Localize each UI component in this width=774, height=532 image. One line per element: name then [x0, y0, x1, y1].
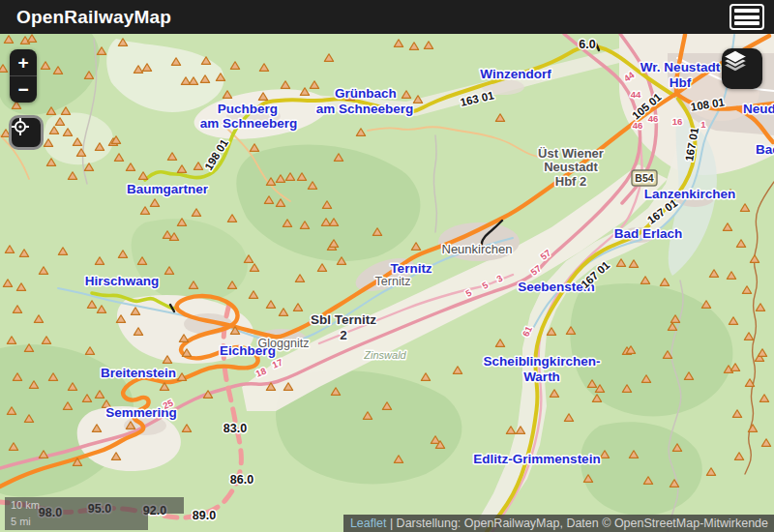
- peak-icon: [16, 283, 25, 291]
- zoom-out-button[interactable]: −: [10, 75, 37, 103]
- peak-icon: [729, 317, 737, 325]
- peak-icon: [249, 291, 257, 299]
- sbl-label: 2: [340, 328, 347, 342]
- peak-icon: [87, 301, 96, 309]
- peak-icon: [250, 144, 258, 152]
- peak-icon: [192, 209, 200, 217]
- attribution-separator: |: [386, 517, 396, 530]
- peak-icon: [182, 425, 191, 432]
- peak-icon: [118, 251, 127, 258]
- town-label: Neunkirchen: [442, 242, 513, 256]
- peak-icon: [709, 270, 718, 278]
- peak-icon: [742, 286, 751, 294]
- peak-icon: [13, 306, 21, 313]
- peak-icon: [727, 272, 735, 280]
- station-label: am Schneeberg: [316, 102, 414, 116]
- peak-icon: [58, 248, 67, 255]
- station-label: Scheiblingkirchen-: [484, 354, 601, 369]
- locate-button[interactable]: [9, 115, 44, 150]
- peak-icon: [564, 414, 573, 422]
- road-badge-b54: B54: [632, 170, 657, 186]
- station-label: Ternitz: [390, 261, 432, 276]
- peak-icon: [114, 154, 123, 162]
- peak-icon: [126, 163, 134, 171]
- peak-icon: [356, 129, 365, 136]
- peak-icon: [68, 172, 76, 180]
- station-label: Winzendorf: [480, 67, 551, 81]
- rref-label: 16: [672, 116, 683, 127]
- peak-icon: [310, 81, 318, 89]
- peak-icon: [259, 64, 268, 72]
- hamburger-menu-icon[interactable]: [729, 4, 764, 30]
- op-label: Üst Wiener: [538, 146, 604, 161]
- peak-icon: [706, 468, 715, 476]
- peak-icon: [85, 347, 94, 355]
- station-label: Warth: [523, 369, 560, 384]
- peak-icon: [421, 373, 430, 381]
- peak-icon: [230, 62, 239, 70]
- peak-icon: [150, 199, 159, 207]
- zoom-control: + −: [10, 49, 37, 103]
- svg-text:B54: B54: [635, 172, 653, 184]
- op-label: Hbf 2: [555, 174, 587, 189]
- station-label: am Schneeberg: [200, 116, 298, 131]
- app-title: OpenRailwayMap: [16, 7, 171, 28]
- town12-label: Ternitz: [375, 275, 411, 288]
- locate-crosshair-icon: [12, 118, 29, 135]
- peak-icon: [495, 114, 504, 122]
- peak-icon: [424, 42, 432, 49]
- peak-icon: [758, 349, 766, 357]
- peak-icon: [223, 91, 231, 99]
- station-label: Puchberg: [218, 102, 278, 116]
- peak-icon: [640, 277, 649, 284]
- op-label: Neustadt: [544, 160, 598, 174]
- gray-line: [433, 135, 436, 232]
- peak-icon: [140, 207, 149, 215]
- peak-icon: [409, 43, 418, 50]
- rref-label: 44: [631, 89, 641, 100]
- scale-bar: 10 km 5 mi: [5, 497, 184, 530]
- sbl-label: Sbl Ternitz: [311, 312, 376, 327]
- peak-icon: [95, 257, 104, 265]
- peak-icon: [756, 304, 764, 311]
- peak-icon: [324, 54, 333, 62]
- station-label: Bad Sauerbrunn: [756, 142, 774, 157]
- peak-icon: [293, 304, 302, 311]
- peak-icon: [734, 453, 743, 460]
- station-label: Bad Erlach: [614, 226, 683, 241]
- peak-icon: [295, 275, 304, 282]
- km-label: 89.0: [193, 509, 216, 522]
- peak-icon: [61, 107, 70, 115]
- station-label: Baumgartner: [127, 182, 209, 196]
- peak-icon: [7, 337, 15, 344]
- peak-icon: [34, 315, 43, 323]
- peak-icon: [750, 255, 759, 263]
- leaflet-link[interactable]: Leaflet: [350, 517, 387, 530]
- peak-icon: [736, 240, 745, 248]
- station-label: Wr. Neustadt: [640, 60, 721, 74]
- peak-icon: [19, 250, 28, 257]
- peak-icon: [660, 279, 669, 286]
- layers-button[interactable]: [722, 48, 762, 89]
- peak-icon: [3, 280, 12, 287]
- attribution-text: Darstellung: OpenRailwayMap, Daten © Ope…: [397, 517, 768, 530]
- app-header: OpenRailwayMap: [0, 0, 774, 34]
- peak-icon: [394, 40, 402, 47]
- km-label: 83.0: [223, 422, 247, 435]
- peak-icon: [177, 165, 186, 173]
- peak-icon: [279, 309, 287, 316]
- station-label: Lanzenkirchen: [644, 187, 736, 201]
- peak-icon: [46, 159, 55, 166]
- peak-icon: [759, 395, 768, 402]
- peak-icon: [317, 264, 326, 272]
- peak-icon: [39, 267, 47, 275]
- peak-icon: [138, 172, 147, 180]
- layers-icon: [722, 48, 749, 74]
- map-canvas[interactable]: B54 Puchbergam SchneebergGrünbacham Schn…: [0, 34, 774, 532]
- zoom-in-button[interactable]: +: [10, 49, 37, 75]
- peak-icon: [616, 259, 625, 267]
- station-label: Neudörfl: [743, 102, 774, 116]
- km-label: 86.0: [230, 473, 253, 487]
- station-label: Breitenstein: [101, 366, 176, 380]
- peak-icon: [5, 246, 14, 253]
